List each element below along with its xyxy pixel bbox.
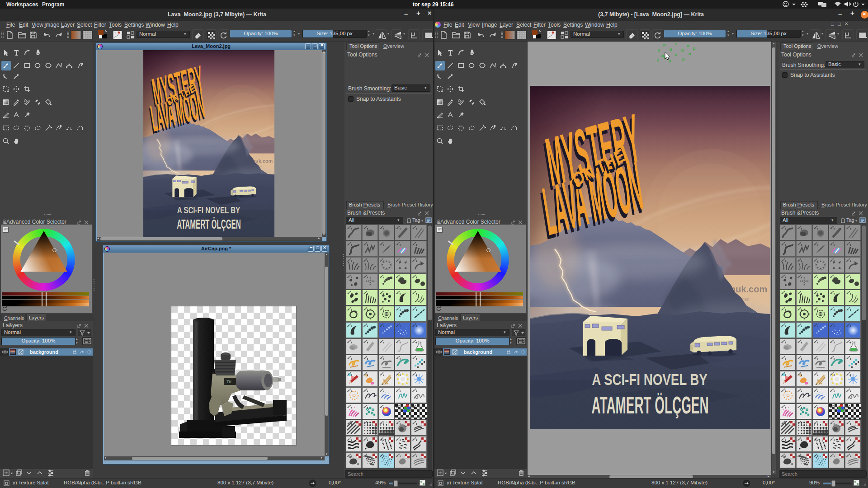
svg-text:ATAMERT ÖLÇGEN: ATAMERT ÖLÇGEN [177,217,241,232]
svg-text:muhuk.com: muhuk.com [245,158,273,164]
svg-text:atamert olcgen: atamert olcgen [247,165,263,168]
svg-text:muhuk.com: muhuk.com [717,284,767,294]
svg-text:TK: TK [226,380,232,384]
svg-text:atamert olcgen: atamert olcgen [720,297,750,302]
svg-text:A SCI-FI NOVEL BY: A SCI-FI NOVEL BY [177,205,241,215]
svg-text:A SCI-FI NOVEL BY: A SCI-FI NOVEL BY [592,370,708,388]
svg-text:ATAMERT ÖLÇGEN: ATAMERT ÖLÇGEN [591,392,708,419]
